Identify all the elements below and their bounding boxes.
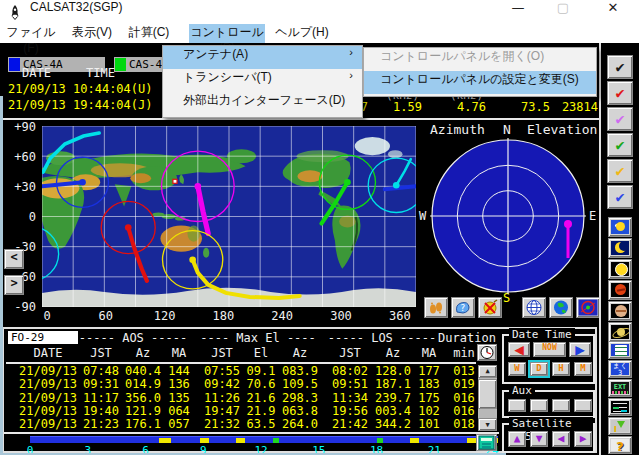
- timeline-segment: [159, 438, 172, 443]
- ext-icon: EXT: [611, 382, 629, 394]
- observer-marker: [173, 179, 177, 183]
- menu-item-transceiver[interactable]: トランシーバ(T) ›: [163, 69, 362, 92]
- time-back-button[interactable]: ◀: [508, 342, 530, 357]
- satellite-up-button[interactable]: ▲: [508, 431, 526, 447]
- saturn-icon: [611, 325, 629, 339]
- scroll-down-icon[interactable]: ▼: [478, 418, 497, 431]
- antenna-off-button[interactable]: [478, 297, 502, 318]
- pass-cell: 239.7: [372, 391, 414, 405]
- column-header: DATE: [16, 346, 80, 360]
- lon-tick: 60: [88, 309, 124, 323]
- submenu-configure-control-panel[interactable]: コントロールパネルの設定と変更(S): [364, 71, 596, 94]
- map-scroll-right-button[interactable]: >: [4, 275, 24, 295]
- check-red-checkbox[interactable]: ✔: [607, 81, 633, 105]
- aux-button-2[interactable]: [530, 399, 548, 412]
- column-header: MA: [416, 346, 442, 360]
- pass-cell: 264.0: [279, 417, 321, 431]
- earth-view-button[interactable]: [549, 297, 573, 318]
- unit-week-button[interactable]: W: [508, 362, 526, 376]
- sun-icon-button[interactable]: [608, 259, 632, 279]
- memo-button[interactable]: まく3: [608, 360, 632, 378]
- pass-scrollbar[interactable]: ▲ ▼: [478, 365, 497, 431]
- column-header: Az: [122, 346, 164, 360]
- submenu-open-control-panel[interactable]: コントロールパネルを開く(O): [364, 48, 596, 71]
- scroll-up-icon[interactable]: ▲: [478, 365, 497, 378]
- timeline-segment: [410, 438, 419, 443]
- pass-cell: 040.4: [122, 364, 164, 378]
- pass-cell: 11:26: [202, 391, 242, 405]
- polar-plot: [420, 126, 598, 302]
- horizontal-divider: [0, 118, 599, 120]
- lon-tick: 0: [29, 309, 65, 323]
- pass-cell: 07:55: [202, 364, 242, 378]
- ext-button[interactable]: EXT: [608, 379, 632, 397]
- menu-item-transceiver-label: トランシーバ(T): [183, 70, 272, 84]
- lat-tick: +90: [2, 120, 36, 134]
- timeline-segment: [377, 438, 383, 443]
- moon-icon-button[interactable]: [608, 238, 632, 258]
- orbit-view-button[interactable]: [576, 297, 600, 318]
- aux-button-1[interactable]: [508, 399, 526, 412]
- clock-icon: [478, 345, 496, 360]
- check-orange-checkbox[interactable]: ✔: [607, 159, 633, 183]
- mars-icon-button[interactable]: [608, 280, 632, 300]
- import-button[interactable]: [608, 417, 632, 435]
- query-button[interactable]: ?: [451, 297, 475, 318]
- globe-view-button[interactable]: [522, 297, 546, 318]
- pass-cell: 21:32: [202, 417, 242, 431]
- menu-view[interactable]: 表示(V): [69, 24, 115, 43]
- unit-hour-button[interactable]: H: [552, 362, 570, 376]
- elements-button[interactable]: [608, 341, 632, 359]
- right-toolbar: ✔✔✔✔✔✔まく3EXT?: [599, 43, 639, 455]
- pass-cell: 21/09/13: [16, 417, 80, 431]
- check-violet-checkbox[interactable]: ✔: [607, 107, 633, 131]
- question-bubble-icon: ?: [453, 299, 473, 316]
- check-green-checkbox[interactable]: ✔: [607, 133, 633, 157]
- map-scroll-left-button[interactable]: <: [4, 249, 24, 269]
- footprints-button[interactable]: [424, 297, 448, 318]
- maximize-button[interactable]: ▢: [550, 0, 576, 24]
- doppler-value: 23814: [554, 100, 598, 114]
- menu-item-antenna[interactable]: アンテナ(A) ›: [163, 46, 362, 69]
- satellite-right-button[interactable]: ▶: [574, 431, 592, 447]
- pass-cell: 19:47: [202, 404, 242, 418]
- pass-cell: 102: [416, 404, 442, 418]
- unit-minute-button[interactable]: M: [574, 362, 592, 376]
- svg-text:?: ?: [460, 303, 465, 313]
- pass-cell: 21:42: [330, 417, 370, 431]
- log-button[interactable]: [608, 398, 632, 416]
- satellite-selector[interactable]: FO-29: [8, 331, 78, 344]
- clock-button[interactable]: [477, 344, 497, 361]
- lon-tick: 300: [323, 309, 359, 323]
- saturn-icon-button[interactable]: [608, 322, 632, 342]
- calculator-button[interactable]: [476, 434, 497, 451]
- import-icon: [611, 420, 629, 432]
- menu-file[interactable]: ファイル(F): [3, 24, 59, 43]
- check-black-checkbox[interactable]: ✔: [607, 55, 633, 79]
- jupiter-icon-button[interactable]: [608, 301, 632, 321]
- cas-4a-color-swatch: [9, 58, 20, 71]
- scroll-thumb[interactable]: [478, 379, 497, 409]
- aux-group: Aux: [502, 390, 595, 418]
- time-forward-button[interactable]: ▶: [569, 342, 591, 357]
- menu-calc[interactable]: 計算(C): [124, 24, 174, 43]
- doppler-value: 1.59: [384, 100, 422, 114]
- sun-stars-icon-button[interactable]: [608, 217, 632, 237]
- help-button[interactable]: ?: [608, 436, 632, 454]
- menu-bar: ファイル(F) 表示(V) 計算(C) コントロール(R) ヘルプ(H): [0, 24, 639, 43]
- minimize-button[interactable]: —: [503, 0, 533, 24]
- window-title: CALSAT32(SGP): [30, 0, 122, 24]
- menu-item-external-output[interactable]: 外部出力インターフェース(D): [163, 92, 362, 115]
- satellite-left-button[interactable]: ◀: [552, 431, 570, 447]
- menu-help[interactable]: ヘルプ(H): [274, 24, 330, 43]
- close-button[interactable]: ✕: [596, 0, 630, 24]
- orbit-icon: [578, 299, 598, 316]
- aux-button-3[interactable]: [552, 399, 570, 412]
- now-button[interactable]: NOW: [533, 342, 566, 357]
- unit-day-button[interactable]: D: [530, 362, 548, 376]
- menu-control[interactable]: コントロール(R): [189, 24, 265, 43]
- satellite-down-button[interactable]: ▼: [530, 431, 548, 447]
- aux-button-4[interactable]: [574, 399, 592, 412]
- check-blue-checkbox[interactable]: ✔: [607, 185, 633, 209]
- time-header: TIME: [86, 66, 115, 80]
